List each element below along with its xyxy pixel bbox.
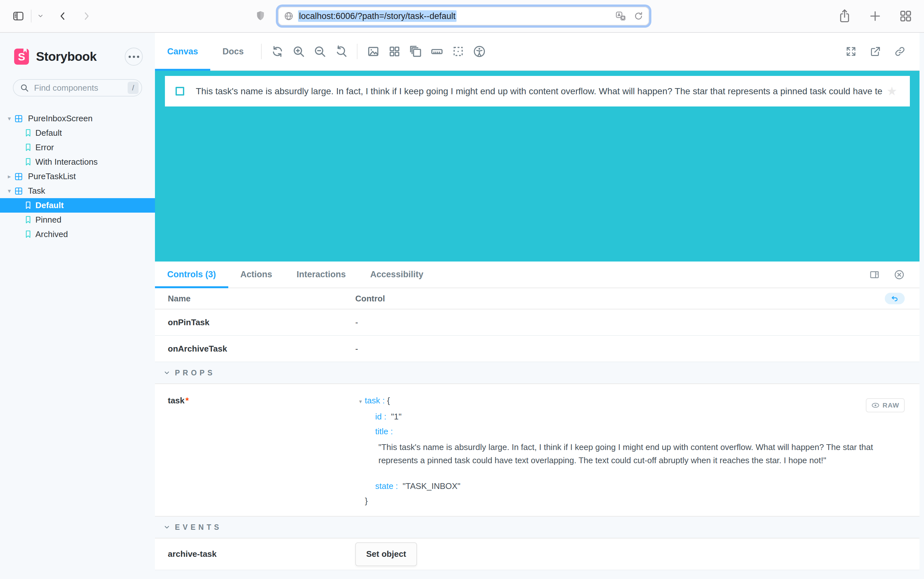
bookmark-icon xyxy=(24,158,32,166)
arg-name: archive-task xyxy=(155,549,355,559)
tab-controls[interactable]: Controls (3) xyxy=(155,262,228,288)
sidebar-toggle-icon xyxy=(11,10,26,22)
back-button[interactable] xyxy=(58,10,67,22)
translate-button[interactable] xyxy=(615,11,627,21)
json-value: "This task's name is absurdly large. In … xyxy=(355,441,886,467)
props-section-header[interactable]: PROPS xyxy=(155,362,919,384)
component-icon xyxy=(14,186,23,196)
search-input[interactable] xyxy=(33,83,127,93)
sidebar-toggle-button[interactable] xyxy=(11,10,26,22)
viewport-button[interactable] xyxy=(405,41,426,62)
chevron-down-icon xyxy=(37,13,44,19)
address-bar[interactable]: localhost:6006/?path=/story/task--defaul… xyxy=(276,5,651,28)
sidebar-header: S Storybook xyxy=(0,33,155,65)
browser-toolbar: localhost:6006/?path=/story/task--defaul… xyxy=(0,0,924,33)
reload-icon xyxy=(634,11,643,21)
json-key: task : xyxy=(365,396,385,405)
caret-down-icon[interactable] xyxy=(5,115,14,122)
storybook-logo-letter: S xyxy=(18,51,25,63)
task-checkbox[interactable] xyxy=(176,87,184,95)
panel-position-button[interactable] xyxy=(869,270,880,280)
arg-name: onArchiveTask xyxy=(155,344,355,354)
reset-controls-button[interactable] xyxy=(885,293,905,304)
tab-actions[interactable]: Actions xyxy=(228,262,284,288)
new-tab-button[interactable] xyxy=(869,10,882,23)
accessibility-button[interactable] xyxy=(469,41,490,62)
tab-canvas[interactable]: Canvas xyxy=(155,33,210,70)
url-text[interactable]: localhost:6006/?path=/story/task--defaul… xyxy=(298,10,457,22)
zoom-out-icon xyxy=(313,45,327,58)
bookmark-icon xyxy=(24,216,32,224)
tree-story-inbox-error[interactable]: Error xyxy=(0,140,155,155)
brand-title: Storybook xyxy=(36,49,96,64)
reload-button[interactable] xyxy=(634,11,643,21)
table-row-onpintask: onPinTask - xyxy=(155,309,919,336)
zoom-in-icon xyxy=(292,45,305,58)
storybook-logo: S xyxy=(14,49,29,65)
measure-button[interactable] xyxy=(426,41,447,62)
column-name: Name xyxy=(155,294,355,304)
browser-right-controls xyxy=(838,0,913,32)
tab-overview-button[interactable] xyxy=(899,9,913,23)
object-control-editor[interactable]: task : { id : "1" title : "This task's n… xyxy=(355,393,919,508)
events-section-header[interactable]: EVENTS xyxy=(155,517,919,538)
tree-story-inbox-default[interactable]: Default xyxy=(0,126,155,140)
tree-label: PureInboxScreen xyxy=(28,114,93,124)
tab-accessibility[interactable]: Accessibility xyxy=(358,262,436,288)
share-button[interactable] xyxy=(838,9,851,23)
json-value: "TASK_INBOX" xyxy=(403,481,460,491)
tab-group-chevron-button[interactable] xyxy=(37,13,44,19)
tree-component-task[interactable]: Task xyxy=(0,184,155,198)
addons-tab-bar: Controls (3) Actions Interactions Access… xyxy=(155,262,919,288)
tree-component-pureinboxscreen[interactable]: PureInboxScreen xyxy=(0,111,155,126)
sidebar: S Storybook / PureInboxScreen Default Er… xyxy=(0,33,155,578)
column-control: Control xyxy=(355,294,919,304)
search-box[interactable]: / xyxy=(13,79,142,96)
caret-right-icon[interactable] xyxy=(5,173,14,180)
outline-button[interactable] xyxy=(447,41,469,62)
close-circle-icon xyxy=(894,269,905,280)
fullscreen-button[interactable] xyxy=(844,41,859,62)
arg-control-value: - xyxy=(355,344,919,354)
zoom-in-button[interactable] xyxy=(288,41,309,62)
remount-icon xyxy=(271,45,284,58)
tree-label: Pinned xyxy=(35,215,61,225)
set-object-button[interactable]: Set object xyxy=(355,542,417,566)
tree-story-task-default-selected[interactable]: Default xyxy=(0,198,155,213)
tree-story-task-archived[interactable]: Archived xyxy=(0,227,155,242)
grid-button[interactable] xyxy=(384,41,405,62)
json-caret-icon[interactable] xyxy=(359,399,362,405)
tree-component-puretasklist[interactable]: PureTaskList xyxy=(0,169,155,184)
bookmark-icon xyxy=(24,143,32,152)
remount-button[interactable] xyxy=(267,41,288,62)
tab-docs[interactable]: Docs xyxy=(210,33,256,70)
sidebar-menu-button[interactable] xyxy=(125,47,143,65)
tree-story-inbox-with-interactions[interactable]: With Interactions xyxy=(0,155,155,169)
tree-label: Error xyxy=(35,142,54,152)
caret-down-icon[interactable] xyxy=(5,187,14,195)
tab-overview-icon xyxy=(899,9,913,23)
task-title: This task's name is absurdly large. In f… xyxy=(196,86,882,96)
json-key: id : xyxy=(375,412,387,421)
zoom-out-button[interactable] xyxy=(309,41,330,62)
json-key: state : xyxy=(375,481,398,491)
arg-name: onPinTask xyxy=(155,317,355,327)
raw-toggle-button[interactable]: RAW xyxy=(866,398,905,412)
address-bar-field[interactable]: localhost:6006/?path=/story/task--defaul… xyxy=(278,7,649,25)
backgrounds-button[interactable] xyxy=(362,41,384,62)
forward-button[interactable] xyxy=(82,10,91,22)
copy-link-button[interactable] xyxy=(893,41,907,62)
panel-position-icon xyxy=(869,270,880,280)
tree-story-task-pinned[interactable]: Pinned xyxy=(0,213,155,227)
close-panel-button[interactable] xyxy=(894,269,905,280)
tree-label: With Interactions xyxy=(35,157,98,167)
open-canvas-new-tab-button[interactable] xyxy=(868,41,883,62)
zoom-reset-button[interactable] xyxy=(330,41,352,62)
tab-interactions[interactable]: Interactions xyxy=(284,262,358,288)
tree-label: Default xyxy=(35,200,64,210)
zoom-reset-icon xyxy=(335,45,348,58)
pin-star-icon[interactable] xyxy=(882,85,901,97)
backgrounds-icon xyxy=(367,45,380,58)
json-value: "1" xyxy=(391,412,402,421)
toolbar-divider xyxy=(31,10,31,23)
